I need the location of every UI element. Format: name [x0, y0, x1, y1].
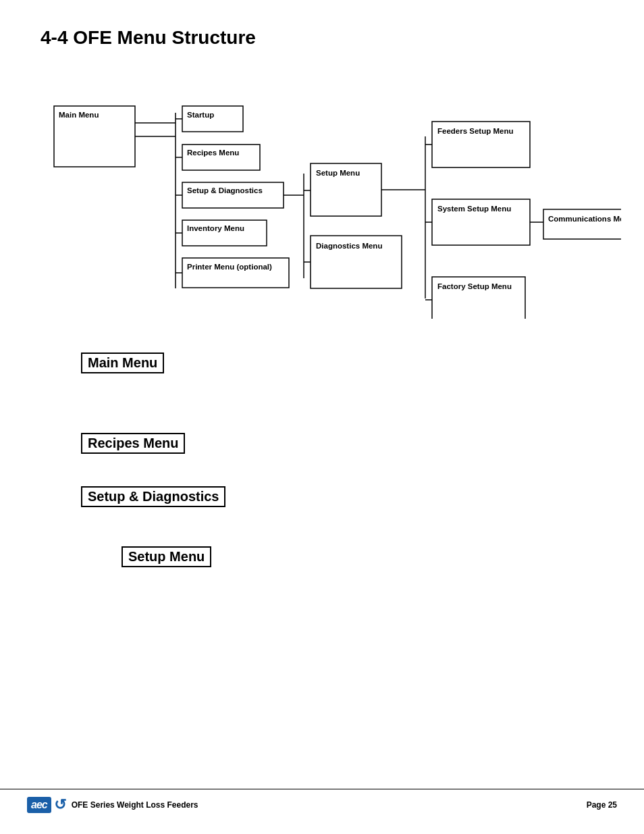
aec-logo: aec ↺ — [27, 796, 66, 814]
svg-text:Factory Setup Menu: Factory Setup Menu — [437, 282, 512, 290]
svg-text:Startup: Startup — [187, 111, 214, 119]
diagram-svg: Main Menu Startup Recipes Menu Setup & D… — [41, 69, 621, 319]
main-menu-section: Main Menu — [81, 346, 603, 387]
svg-text:Feeders Setup Menu: Feeders Setup Menu — [437, 127, 513, 135]
page-footer: aec ↺ OFE Series Weight Loss Feeders Pag… — [0, 789, 644, 814]
svg-text:Main Menu: Main Menu — [59, 111, 99, 119]
svg-text:Diagnostics Menu: Diagnostics Menu — [316, 242, 382, 250]
main-menu-heading: Main Menu — [81, 353, 164, 373]
setup-menu-heading: Setup Menu — [122, 546, 211, 567]
footer-company-text: OFE Series Weight Loss Feeders — [72, 800, 198, 810]
recipes-menu-heading: Recipes Menu — [81, 433, 185, 454]
svg-text:Setup & Diagnostics: Setup & Diagnostics — [187, 186, 263, 194]
footer-left: aec ↺ OFE Series Weight Loss Feeders — [27, 796, 198, 814]
setup-diagnostics-section: Setup & Diagnostics — [81, 479, 603, 521]
svg-text:Communications Menu: Communications Menu — [548, 215, 621, 223]
setup-menu-section: Setup Menu — [122, 540, 603, 581]
svg-text:System Setup Menu: System Setup Menu — [437, 205, 511, 213]
svg-text:Recipes Menu: Recipes Menu — [187, 149, 239, 157]
logo-box: aec — [27, 797, 51, 813]
logo-arrow-icon: ↺ — [54, 796, 66, 814]
menu-structure-diagram: Main Menu Startup Recipes Menu Setup & D… — [41, 69, 621, 325]
svg-text:Inventory Menu: Inventory Menu — [187, 224, 244, 232]
setup-diagnostics-heading: Setup & Diagnostics — [81, 486, 225, 507]
page-title: 4-4 OFE Menu Structure — [41, 27, 603, 49]
svg-rect-38 — [543, 209, 621, 239]
svg-text:Setup Menu: Setup Menu — [316, 169, 360, 177]
svg-rect-3 — [182, 106, 243, 132]
recipes-menu-section: Recipes Menu — [81, 426, 603, 467]
footer-page-number: Page 25 — [587, 800, 617, 810]
svg-text:Printer Menu (optional): Printer Menu (optional) — [187, 263, 272, 271]
